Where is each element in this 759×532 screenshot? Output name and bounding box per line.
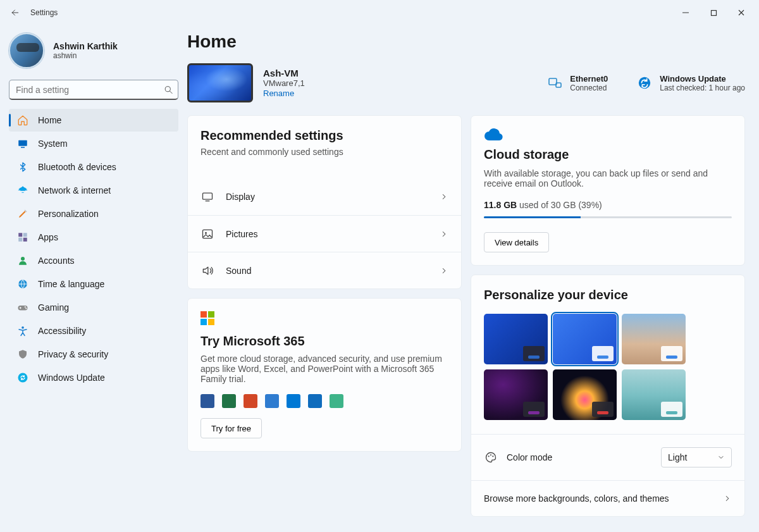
m365-title: Try Microsoft 365 bbox=[201, 334, 448, 349]
svg-point-10 bbox=[21, 257, 25, 261]
rename-link[interactable]: Rename bbox=[263, 89, 294, 98]
nav-item-bluetooth[interactable]: Bluetooth & devices bbox=[9, 156, 178, 178]
defender-icon bbox=[265, 394, 279, 408]
close-button[interactable] bbox=[727, 3, 755, 22]
theme-option-0[interactable] bbox=[484, 314, 548, 364]
m365-try-button[interactable]: Try for free bbox=[201, 418, 262, 438]
setting-row-display[interactable]: Display bbox=[188, 178, 461, 215]
theme-option-4[interactable] bbox=[553, 369, 617, 420]
minimize-button[interactable] bbox=[672, 3, 700, 22]
theme-option-2[interactable] bbox=[622, 314, 686, 364]
nav-item-apps[interactable]: Apps bbox=[9, 226, 178, 249]
svg-point-15 bbox=[22, 326, 24, 329]
nav-item-update[interactable]: Windows Update bbox=[9, 366, 178, 389]
page-title: Home bbox=[187, 32, 745, 52]
personalize-title: Personalize your device bbox=[484, 288, 732, 302]
cloud-details-button[interactable]: View details bbox=[484, 232, 549, 252]
theme-accent-preview bbox=[661, 402, 682, 417]
palette-icon bbox=[484, 450, 498, 464]
person-icon bbox=[16, 254, 29, 267]
theme-option-3[interactable] bbox=[484, 369, 548, 420]
update-status[interactable]: Windows Update Last checked: 1 hour ago bbox=[636, 74, 745, 92]
chevron-down-icon bbox=[717, 454, 725, 461]
device-name: Ash-VM bbox=[263, 68, 305, 78]
device-model: VMware7,1 bbox=[263, 78, 305, 88]
nav-label: System bbox=[38, 139, 68, 149]
wifi-icon bbox=[16, 184, 29, 197]
search-input[interactable] bbox=[9, 80, 178, 100]
setting-row-sound[interactable]: Sound bbox=[188, 252, 461, 288]
nav-label: Gaming bbox=[38, 302, 69, 312]
svg-rect-22 bbox=[203, 230, 213, 238]
profile-alias: ashwin bbox=[53, 51, 118, 60]
cloud-desc: With available storage, you can back up … bbox=[484, 168, 732, 189]
nav-label: Bluetooth & devices bbox=[38, 162, 116, 172]
setting-label: Pictures bbox=[226, 229, 428, 239]
nav-item-system[interactable]: System bbox=[9, 132, 178, 155]
svg-point-16 bbox=[18, 373, 28, 383]
bt-icon bbox=[16, 161, 29, 173]
m365-desc: Get more cloud storage, advanced securit… bbox=[201, 354, 448, 384]
svg-point-14 bbox=[25, 307, 27, 309]
network-sub: Connected bbox=[570, 84, 608, 92]
svg-rect-6 bbox=[18, 233, 22, 237]
theme-accent-preview bbox=[592, 402, 614, 417]
nav-item-network[interactable]: Network & internet bbox=[9, 179, 178, 202]
nav-item-personalization[interactable]: Personalization bbox=[9, 202, 178, 225]
svg-point-25 bbox=[490, 454, 491, 455]
nav-label: Network & internet bbox=[38, 185, 111, 195]
nav-label: Apps bbox=[38, 232, 58, 242]
theme-accent-preview bbox=[523, 346, 545, 361]
nav-item-gaming[interactable]: Gaming bbox=[9, 296, 178, 319]
excel-icon bbox=[222, 394, 236, 408]
word-icon bbox=[201, 394, 214, 408]
network-title: Ethernet0 bbox=[570, 74, 608, 84]
theme-accent-preview bbox=[592, 346, 614, 361]
brush-icon bbox=[16, 207, 29, 220]
nav-item-privacy[interactable]: Privacy & security bbox=[9, 343, 178, 366]
nav-label: Privacy & security bbox=[38, 349, 108, 359]
svg-rect-7 bbox=[23, 233, 27, 237]
nav-label: Time & language bbox=[38, 279, 104, 289]
nav-item-accessibility[interactable]: Accessibility bbox=[9, 319, 178, 342]
network-status[interactable]: Ethernet0 Connected bbox=[546, 74, 608, 92]
nav-item-accounts[interactable]: Accounts bbox=[9, 249, 178, 272]
svg-line-3 bbox=[170, 91, 172, 94]
chevron-right-icon bbox=[440, 266, 448, 275]
profile-name: Ashwin Karthik bbox=[53, 41, 118, 51]
avatar bbox=[9, 33, 44, 68]
browse-themes-link[interactable]: Browse more backgrounds, colors, and the… bbox=[471, 480, 744, 516]
chevron-right-icon bbox=[440, 192, 448, 201]
svg-rect-9 bbox=[23, 238, 27, 242]
theme-option-5[interactable] bbox=[622, 369, 686, 420]
theme-option-1[interactable] bbox=[553, 314, 617, 364]
nav-item-time[interactable]: Time & language bbox=[9, 273, 178, 295]
apps-icon bbox=[16, 231, 29, 244]
nav-item-home[interactable]: Home bbox=[9, 109, 178, 132]
svg-point-23 bbox=[205, 232, 207, 233]
update-title: Windows Update bbox=[660, 74, 745, 84]
setting-row-pictures[interactable]: Pictures bbox=[188, 215, 461, 252]
svg-rect-5 bbox=[21, 147, 25, 148]
back-button[interactable] bbox=[4, 1, 27, 24]
recommended-sub: Recent and commonly used settings bbox=[201, 147, 448, 157]
system-icon bbox=[16, 137, 29, 150]
search-icon bbox=[164, 85, 173, 95]
cloud-rest: used of 30 GB (39%) bbox=[517, 200, 602, 210]
a11y-icon bbox=[16, 325, 29, 337]
maximize-icon bbox=[710, 9, 717, 16]
svg-rect-8 bbox=[18, 238, 22, 242]
theme-accent-preview bbox=[523, 402, 545, 417]
maximize-button[interactable] bbox=[700, 3, 727, 22]
home-icon bbox=[16, 114, 29, 127]
colormode-value: Light bbox=[668, 452, 687, 462]
update-icon bbox=[16, 371, 29, 384]
profile-block[interactable]: Ashwin Karthik ashwin bbox=[9, 33, 178, 68]
colormode-select[interactable]: Light bbox=[661, 447, 732, 467]
svg-rect-1 bbox=[711, 10, 716, 15]
svg-point-26 bbox=[492, 455, 493, 457]
cloud-icon bbox=[484, 128, 732, 141]
device-thumbnail bbox=[187, 63, 253, 102]
arrow-left-icon bbox=[11, 8, 20, 17]
onedrive-icon bbox=[287, 394, 300, 408]
